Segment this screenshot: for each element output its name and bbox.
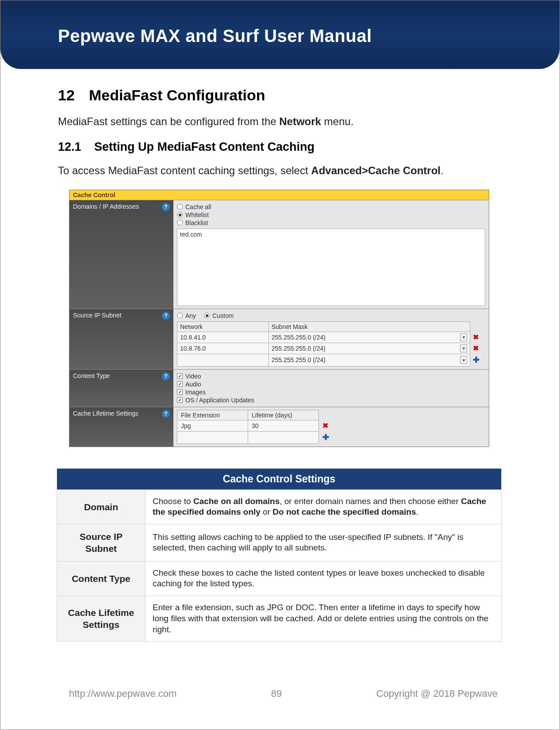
ext-input[interactable] (177, 431, 248, 443)
checkbox-images[interactable]: Images (177, 388, 485, 396)
help-icon[interactable]: ? (162, 203, 170, 211)
mask-select[interactable]: 255.255.255.0 (/24)▾ (268, 343, 470, 354)
help-icon[interactable]: ? (162, 372, 170, 380)
main-content: 12MediaFast Configuration MediaFast sett… (58, 87, 500, 642)
section-heading: 12MediaFast Configuration (58, 87, 500, 104)
days-input[interactable]: 30 (248, 420, 319, 431)
chevron-down-icon: ▾ (460, 356, 467, 364)
label-domains: Domains / IP Addresses ? (69, 200, 173, 309)
delete-row-button[interactable]: ✖ (473, 333, 479, 341)
radio-label: Custom (212, 312, 234, 319)
radio-label: Cache all (185, 203, 211, 210)
radio-any[interactable]: Any (177, 312, 196, 320)
intro-text-bold: Network (279, 115, 321, 127)
page-frame: Pepwave MAX and Surf User Manual 12Media… (0, 0, 560, 730)
text-bold: Do not cache the specified domains (272, 507, 416, 516)
lifetime-table: File Extension Lifetime (days) Jpg 30 ✖ (177, 410, 334, 444)
radio-custom[interactable]: Custom (204, 312, 234, 320)
checkbox-icon (177, 381, 183, 387)
desc-val-domain: Choose to Cache on all domains, or enter… (146, 489, 502, 524)
desc-key-domain: Domain (57, 489, 146, 524)
body-cache-lifetime: File Extension Lifetime (days) Jpg 30 ✖ (173, 407, 489, 447)
network-input[interactable]: 10.8.41.0 (177, 332, 269, 343)
subsection-title: Setting Up MediaFast Content Caching (94, 140, 315, 153)
radio-cache-all[interactable]: Cache all (177, 203, 485, 211)
radio-label: Blacklist (185, 219, 208, 226)
delete-row-button[interactable]: ✖ (322, 422, 328, 429)
mask-value: 255.255.255.0 (/24) (272, 334, 326, 341)
page-number: 89 (271, 688, 282, 699)
help-icon[interactable]: ? (162, 410, 170, 418)
table-row: Source IP Subnet This setting allows cac… (57, 524, 502, 562)
section-number: 12 (58, 87, 89, 104)
desc-val-cache-lifetime: Enter a file extension, such as JPG or D… (146, 596, 502, 642)
radio-whitelist[interactable]: Whitelist (177, 211, 485, 219)
intro-text-pre: MediaFast settings can be configured fro… (58, 115, 279, 127)
body-pre: To access MediaFast content caching sett… (58, 164, 311, 176)
domain-textarea[interactable]: ted.com (177, 229, 485, 306)
cache-control-panel: Cache Control Domains / IP Addresses ? C… (69, 190, 489, 447)
add-row-button[interactable]: ✚ (322, 433, 329, 442)
delete-row-button[interactable]: ✖ (473, 344, 479, 352)
source-ip-mode: Any Custom (177, 312, 485, 320)
checkbox-audio[interactable]: Audio (177, 380, 485, 388)
col-action (470, 321, 485, 332)
col-network: Network (177, 321, 269, 332)
body-source-ip: Any Custom Network Subnet Mask 10.8.41.0… (173, 309, 489, 369)
chevron-down-icon: ▾ (460, 344, 467, 352)
radio-icon (204, 313, 210, 318)
footer-url: http://www.pepwave.com (69, 688, 176, 699)
checkbox-video[interactable]: Video (177, 372, 485, 380)
subnet-table: Network Subnet Mask 10.8.41.0 255.255.25… (177, 321, 485, 367)
intro-text-post: menu. (321, 115, 353, 127)
add-row-button[interactable]: ✚ (473, 355, 479, 364)
desc-table-title: Cache Control Settings (57, 468, 502, 489)
label-cache-lifetime: Cache Lifetime Settings ? (69, 407, 173, 447)
days-input[interactable] (248, 431, 319, 443)
network-input[interactable] (177, 354, 269, 366)
panel-title: Cache Control (69, 190, 489, 200)
checkbox-label: Audio (185, 381, 201, 388)
table-row: ✚ (177, 431, 334, 443)
body-content-type: Video Audio Images OS / Application Upda… (173, 370, 489, 407)
help-icon[interactable]: ? (162, 312, 170, 320)
text: or (261, 507, 272, 516)
text: . (416, 507, 418, 516)
radio-icon (177, 204, 183, 210)
checkbox-os-updates[interactable]: OS / Application Updates (177, 396, 485, 404)
label-content-type-text: Content Type (73, 372, 110, 379)
ext-input[interactable]: Jpg (177, 420, 248, 431)
section-intro: MediaFast settings can be configured fro… (58, 115, 500, 129)
radio-blacklist[interactable]: Blacklist (177, 219, 485, 227)
mask-select[interactable]: 255.255.255.0 (/24)▾ (268, 354, 470, 366)
table-row: Content Type Check these boxes to cache … (57, 561, 502, 596)
radio-label: Any (185, 312, 196, 319)
table-row: 10.8.41.0 255.255.255.0 (/24)▾ ✖ (177, 332, 485, 343)
section-title: MediaFast Configuration (89, 87, 265, 103)
col-file-ext: File Extension (177, 410, 248, 420)
subsection-body: To access MediaFast content caching sett… (58, 164, 500, 178)
table-row: Cache Lifetime Settings Enter a file ext… (57, 596, 502, 642)
body-post: . (441, 164, 444, 176)
desc-key-cache-lifetime: Cache Lifetime Settings (57, 596, 146, 642)
text: Choose to (153, 497, 193, 506)
mask-value: 255.255.255.0 (/24) (272, 345, 326, 352)
checkbox-label: Images (185, 389, 206, 396)
radio-icon (177, 212, 183, 218)
document-title: Pepwave MAX and Surf User Manual (0, 0, 560, 46)
desc-key-source-ip: Source IP Subnet (57, 524, 146, 562)
mask-value: 255.255.255.0 (/24) (272, 356, 326, 363)
desc-val-source-ip: This setting allows caching to be applie… (146, 524, 502, 562)
text: , or enter domain names and then choose … (280, 497, 461, 506)
checkbox-icon (177, 397, 183, 403)
col-subnet-mask: Subnet Mask (268, 321, 470, 332)
label-domains-text: Domains / IP Addresses (73, 203, 139, 210)
table-row: 255.255.255.0 (/24)▾ ✚ (177, 354, 485, 366)
table-row: Domain Choose to Cache on all domains, o… (57, 489, 502, 524)
radio-icon (177, 313, 183, 318)
checkbox-icon (177, 373, 183, 379)
mask-select[interactable]: 255.255.255.0 (/24)▾ (268, 332, 470, 343)
row-cache-lifetime: Cache Lifetime Settings ? File Extension… (69, 407, 489, 447)
network-input[interactable]: 10.8.76.0 (177, 343, 269, 354)
checkbox-label: OS / Application Updates (185, 397, 254, 404)
